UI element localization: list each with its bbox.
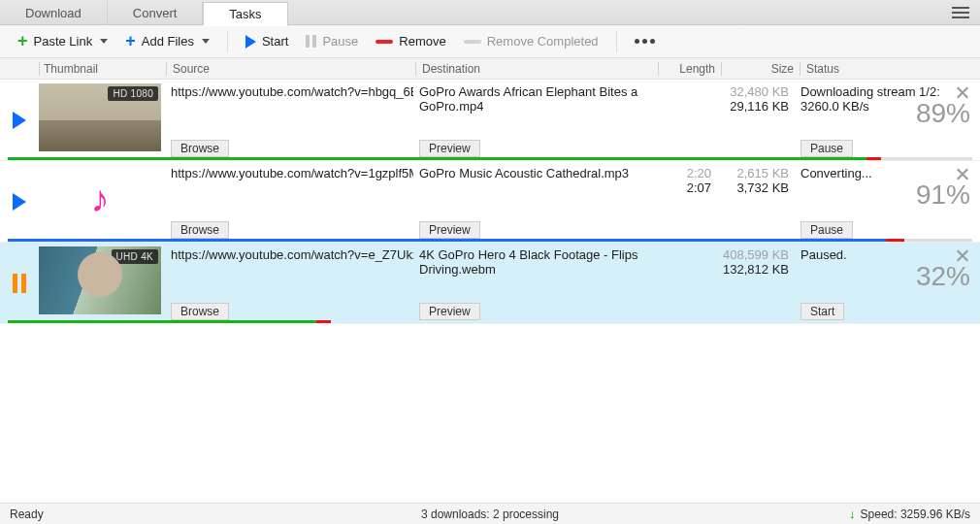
browse-button[interactable]: Browse	[171, 140, 229, 157]
preview-button[interactable]: Preview	[419, 303, 480, 320]
toolbar-separator	[616, 31, 617, 52]
task-thumbnail: HD 1080	[39, 81, 165, 160]
task-length	[655, 244, 717, 300]
play-icon[interactable]	[13, 112, 26, 129]
status-line1: Downloading stream 1/2:	[800, 84, 951, 99]
caret-down-icon	[202, 39, 210, 44]
task-thumbnail: UHD 4K	[39, 244, 165, 323]
more-button[interactable]	[629, 36, 661, 47]
remove-label: Remove	[399, 34, 445, 49]
paste-link-button[interactable]: + Paste Link	[12, 28, 114, 54]
task-status: Downloading stream 1/2: 3260.0 KB/s 89%	[795, 81, 980, 137]
paste-link-label: Paste Link	[34, 34, 93, 49]
length-total: 2:20	[655, 166, 711, 180]
progress-bar	[8, 320, 972, 323]
play-icon[interactable]	[13, 193, 26, 211]
task-length	[655, 81, 717, 137]
toolbar-separator	[227, 31, 228, 52]
col-length[interactable]: Length	[659, 62, 721, 76]
task-row[interactable]: HD 1080 https://www.youtube.com/watch?v=…	[0, 80, 980, 161]
add-files-label: Add Files	[142, 34, 194, 49]
col-destination[interactable]: Destination	[416, 62, 658, 76]
task-control	[0, 81, 39, 160]
start-button[interactable]: Start	[240, 31, 294, 51]
task-destination: GoPro Music Acoustic Cathedral.mp3	[413, 162, 655, 218]
hamburger-icon	[952, 7, 969, 18]
plus-icon: +	[17, 31, 28, 51]
task-source: https://www.youtube.com/watch?v=1gzplf5M…	[165, 162, 413, 218]
preview-button[interactable]: Preview	[419, 140, 480, 157]
pause-icon[interactable]	[13, 274, 26, 293]
play-icon	[245, 35, 256, 49]
quality-badge: UHD 4K	[112, 249, 158, 264]
toolbar: + Paste Link + Add Files Start Pause Rem…	[0, 25, 980, 58]
task-percent: 91%	[916, 180, 970, 211]
minus-icon	[464, 40, 481, 44]
quality-badge: HD 1080	[108, 86, 158, 101]
col-source[interactable]: Source	[167, 62, 415, 76]
col-thumbnail[interactable]: Thumbnail	[40, 62, 166, 76]
col-status[interactable]: Status	[800, 62, 980, 76]
task-pause-button[interactable]: Pause	[800, 140, 853, 157]
task-size: 2,615 KB 3,732 KB	[717, 162, 795, 218]
statusbar-ready: Ready	[10, 508, 44, 521]
task-start-button[interactable]: Start	[800, 303, 844, 320]
size-done: 29,116 KB	[717, 99, 789, 114]
browse-button[interactable]: Browse	[171, 221, 229, 239]
size-total: 2,615 KB	[717, 166, 789, 180]
col-size[interactable]: Size	[722, 62, 800, 76]
close-icon[interactable]	[956, 86, 968, 99]
task-destination: GoPro Awards African Elephant Bites a Go…	[413, 81, 655, 137]
dots-icon	[635, 39, 655, 44]
task-size: 32,480 KB 29,116 KB	[717, 81, 795, 137]
main-tabs: Download Convert Tasks	[0, 0, 288, 25]
tab-tasks[interactable]: Tasks	[203, 2, 287, 26]
progress-bar	[8, 239, 972, 242]
caret-down-icon	[100, 39, 108, 44]
task-row[interactable]: ♪ https://www.youtube.com/watch?v=1gzplf…	[0, 161, 980, 243]
titlebar: Download Convert Tasks	[0, 0, 980, 25]
tab-convert[interactable]: Convert	[108, 1, 204, 25]
close-icon[interactable]	[956, 249, 968, 262]
remove-button[interactable]: Remove	[370, 31, 451, 51]
minus-icon	[376, 40, 393, 44]
task-source: https://www.youtube.com/watch?v=e_Z7Ukz9…	[165, 244, 413, 300]
menu-button[interactable]	[941, 0, 980, 24]
pause-button[interactable]: Pause	[300, 31, 364, 51]
browse-button[interactable]: Browse	[171, 303, 229, 320]
tab-download[interactable]: Download	[0, 1, 108, 25]
size-total: 32,480 KB	[717, 84, 789, 99]
remove-completed-label: Remove Completed	[487, 34, 599, 49]
task-status: Converting... 91%	[795, 162, 980, 218]
thumbnail-image[interactable]: ♪	[39, 165, 161, 233]
music-note-icon: ♪	[91, 179, 110, 220]
plus-icon: +	[125, 31, 136, 51]
length-done: 2:07	[655, 180, 711, 195]
add-files-button[interactable]: + Add Files	[119, 28, 215, 54]
thumbnail-image[interactable]: UHD 4K	[39, 246, 161, 314]
task-percent: 32%	[916, 261, 970, 292]
download-arrow-icon: ↓	[849, 507, 856, 521]
task-row[interactable]: UHD 4K https://www.youtube.com/watch?v=e…	[0, 243, 980, 324]
task-pause-button[interactable]: Pause	[800, 221, 853, 239]
status-line1: Converting...	[800, 166, 951, 180]
thumbnail-image[interactable]: HD 1080	[39, 83, 161, 151]
task-control	[0, 244, 39, 323]
size-done: 132,812 KB	[717, 262, 789, 277]
task-length: 2:20 2:07	[655, 162, 717, 218]
size-done: 3,732 KB	[717, 180, 789, 195]
size-total: 408,599 KB	[717, 247, 789, 262]
status-line1: Paused.	[800, 247, 951, 262]
pause-label: Pause	[322, 34, 358, 49]
column-headers: Thumbnail Source Destination Length Size…	[0, 58, 980, 80]
task-percent: 89%	[916, 98, 970, 129]
statusbar-summary: 3 downloads: 2 processing	[421, 508, 559, 521]
task-status: Paused. 32%	[795, 244, 980, 300]
task-destination: 4K GoPro Hero 4 Black Footage - Flips Dr…	[413, 244, 655, 300]
pause-icon	[306, 35, 316, 48]
task-control	[0, 162, 39, 242]
remove-completed-button[interactable]: Remove Completed	[458, 31, 604, 51]
preview-button[interactable]: Preview	[419, 221, 480, 239]
close-icon[interactable]	[956, 168, 968, 180]
task-source: https://www.youtube.com/watch?v=hbgq_6BG…	[165, 81, 413, 137]
